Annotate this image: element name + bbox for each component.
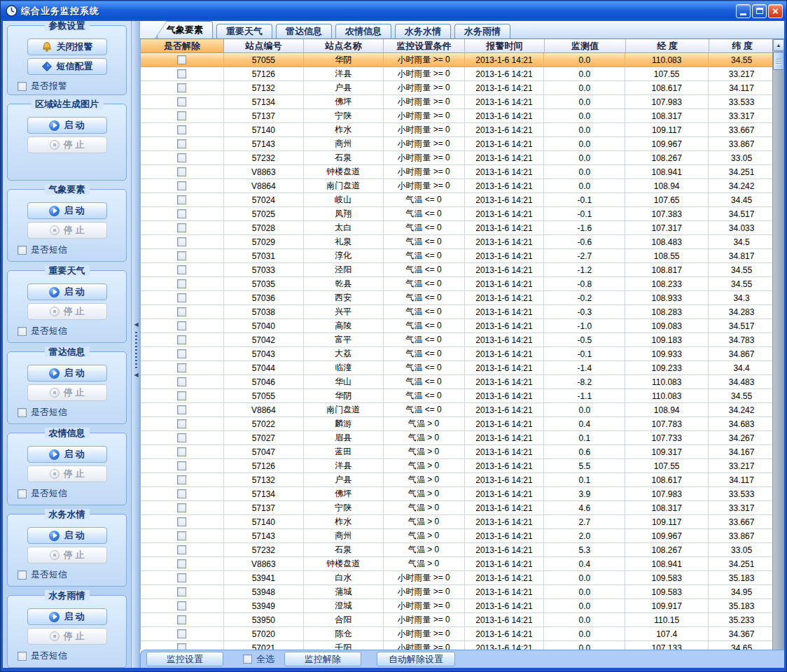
table-row[interactable]: V8863钟楼盘道小时雨量 >= 02013-1-6 14:210.0108.9…: [141, 165, 775, 179]
water-level-start-button[interactable]: 启 动: [27, 527, 107, 544]
table-row[interactable]: 57022麟游气温 > 02013-1-6 14:210.4107.78334.…: [141, 417, 775, 431]
table-row[interactable]: V8864南门盘道气温 <= 02013-1-6 14:210.0108.943…: [141, 403, 775, 417]
row-checkbox[interactable]: [177, 587, 186, 596]
row-checkbox[interactable]: [177, 139, 186, 148]
table-row[interactable]: 57137宁陕小时雨量 >= 02013-1-6 14:210.0108.317…: [141, 109, 775, 123]
auto-release-settings-button[interactable]: 自动解除设置: [377, 652, 455, 666]
table-row[interactable]: 57232石泉小时雨量 >= 02013-1-6 14:210.0108.267…: [141, 151, 775, 165]
important-weather-start-button[interactable]: 启 动: [27, 284, 107, 300]
sms-config-button[interactable]: 短信配置: [27, 58, 107, 75]
column-header[interactable]: 站点编号: [224, 39, 304, 53]
row-checkbox[interactable]: [177, 405, 186, 414]
row-checkbox[interactable]: [177, 559, 186, 568]
table-row[interactable]: 57132户县气温 > 02013-1-6 14:210.1108.61734.…: [141, 473, 775, 487]
column-header[interactable]: 站点名称: [304, 39, 384, 53]
row-checkbox[interactable]: [177, 489, 186, 498]
table-row[interactable]: 57020陈仓小时雨量 >= 02013-1-6 14:210.0107.434…: [141, 627, 775, 641]
sidebar-splitter[interactable]: ◀ ◀: [132, 21, 140, 668]
row-checkbox[interactable]: [177, 503, 186, 512]
table-row[interactable]: 57055华阴气温 <= 02013-1-6 14:21-1.1110.0833…: [141, 389, 775, 403]
tab-item[interactable]: 水务水情: [395, 24, 451, 38]
water-rain-start-button[interactable]: 启 动: [27, 608, 107, 625]
column-header[interactable]: 监控设置条件: [384, 39, 465, 53]
table-row[interactable]: V8864南门盘道小时雨量 >= 02013-1-6 14:210.0108.9…: [141, 179, 775, 193]
tab-item[interactable]: 重要天气: [216, 24, 272, 38]
table-row[interactable]: 57027眉县气温 > 02013-1-6 14:210.1107.73334.…: [141, 431, 775, 445]
row-checkbox[interactable]: [177, 251, 186, 260]
row-checkbox[interactable]: [177, 545, 186, 554]
agri-info-sms-checkbox[interactable]: 是否短信: [18, 487, 67, 500]
row-checkbox[interactable]: [177, 209, 186, 218]
row-checkbox[interactable]: [177, 377, 186, 386]
column-header[interactable]: 报警时间: [465, 39, 545, 53]
weather-elements-stop-button[interactable]: 停 止: [27, 222, 107, 239]
table-row[interactable]: 57038兴平气温 <= 02013-1-6 14:21-0.3108.2833…: [141, 305, 775, 319]
table-row[interactable]: 53948蒲城小时雨量 >= 02013-1-6 14:210.0109.583…: [141, 585, 775, 599]
table-row[interactable]: 57126洋县气温 > 02013-1-6 14:215.5107.5533.2…: [141, 459, 775, 473]
row-checkbox[interactable]: [177, 223, 186, 232]
table-row[interactable]: 57025凤翔气温 <= 02013-1-6 14:21-0.1107.3833…: [141, 207, 775, 221]
table-row[interactable]: 57036西安气温 <= 02013-1-6 14:21-0.2108.9333…: [141, 291, 775, 305]
monitor-release-button[interactable]: 监控解除: [284, 652, 361, 666]
column-header[interactable]: 监测值: [545, 39, 626, 53]
row-checkbox[interactable]: [177, 195, 186, 204]
scrollbar-thumb[interactable]: [773, 52, 784, 70]
radar-info-start-button[interactable]: 启 动: [27, 365, 107, 382]
row-checkbox[interactable]: [177, 461, 186, 470]
row-checkbox[interactable]: [177, 601, 186, 610]
column-header[interactable]: 纬 度: [709, 39, 776, 53]
important-weather-sms-checkbox[interactable]: 是否短信: [18, 325, 67, 337]
row-checkbox[interactable]: [177, 69, 186, 78]
table-row[interactable]: 53941白水小时雨量 >= 02013-1-6 14:210.0109.583…: [141, 571, 775, 585]
scroll-up-button[interactable]: ▲: [773, 39, 784, 51]
table-row[interactable]: 57137宁陕气温 > 02013-1-6 14:214.6108.31733.…: [141, 501, 775, 515]
row-checkbox[interactable]: [177, 447, 186, 456]
splitter-grip-icon[interactable]: [135, 332, 137, 368]
important-weather-stop-button[interactable]: 停 止: [27, 303, 107, 320]
table-row[interactable]: 57044临潼气温 <= 02013-1-6 14:21-1.4109.2333…: [141, 361, 775, 375]
radar-info-sms-checkbox[interactable]: 是否短信: [18, 406, 67, 419]
table-row[interactable]: 57029礼泉气温 <= 02013-1-6 14:21-0.6108.4833…: [141, 235, 775, 249]
row-checkbox[interactable]: [177, 363, 186, 372]
close-button[interactable]: ×: [768, 4, 783, 18]
row-checkbox[interactable]: [177, 153, 186, 162]
table-row[interactable]: V8863钟楼盘道气温 > 02013-1-6 14:210.4108.9413…: [141, 557, 775, 571]
table-row[interactable]: 57031淳化气温 <= 02013-1-6 14:21-2.7108.5534…: [141, 249, 775, 263]
row-checkbox[interactable]: [177, 475, 186, 484]
table-row[interactable]: 53950合阳小时雨量 >= 02013-1-6 14:210.0110.153…: [141, 613, 775, 627]
splitter-collapse-icon[interactable]: ◀: [134, 322, 138, 328]
select-all-checkbox[interactable]: 全选: [243, 653, 274, 666]
vertical-scrollbar[interactable]: ▲: [772, 39, 784, 650]
tab-item[interactable]: 水务雨情: [454, 24, 510, 38]
table-row[interactable]: 57021千阳小时雨量 >= 02013-1-6 14:210.0107.133…: [141, 641, 775, 650]
row-checkbox[interactable]: [177, 237, 186, 246]
table-row[interactable]: 57040高陵气温 <= 02013-1-6 14:21-1.0109.0833…: [141, 319, 775, 333]
table-row[interactable]: 57134佛坪气温 > 02013-1-6 14:213.9107.98333.…: [141, 487, 775, 501]
agri-info-start-button[interactable]: 启 动: [27, 446, 107, 463]
table-row[interactable]: 57024岐山气温 <= 02013-1-6 14:21-0.1107.6534…: [141, 193, 775, 207]
row-checkbox[interactable]: [177, 335, 186, 344]
row-checkbox[interactable]: [177, 629, 186, 638]
region-image-start-button[interactable]: 启 动: [27, 117, 107, 134]
column-header[interactable]: 经 度: [626, 39, 709, 53]
splitter-collapse-icon[interactable]: ◀: [134, 372, 138, 378]
row-checkbox[interactable]: [177, 349, 186, 358]
water-rain-stop-button[interactable]: 停 止: [27, 628, 107, 645]
param-settings-alarm-checkbox[interactable]: 是否报警: [18, 80, 67, 92]
agri-info-stop-button[interactable]: 停 止: [27, 465, 107, 482]
table-row[interactable]: 57043大荔气温 <= 02013-1-6 14:21-0.1109.9333…: [141, 347, 775, 361]
row-checkbox[interactable]: [177, 573, 186, 582]
row-checkbox[interactable]: [177, 643, 186, 650]
water-level-sms-checkbox[interactable]: 是否短信: [18, 568, 67, 581]
column-header[interactable]: 是否解除: [141, 39, 224, 53]
row-checkbox[interactable]: [177, 181, 186, 190]
table-row[interactable]: 57140柞水气温 > 02013-1-6 14:212.7109.11733.…: [141, 515, 775, 529]
maximize-button[interactable]: [752, 4, 767, 18]
row-checkbox[interactable]: [177, 433, 186, 442]
radar-info-stop-button[interactable]: 停 止: [27, 384, 107, 401]
table-row[interactable]: 57033泾阳气温 <= 02013-1-6 14:21-1.2108.8173…: [141, 263, 775, 277]
tab-item[interactable]: 雷达信息: [276, 24, 332, 38]
row-checkbox[interactable]: [177, 321, 186, 330]
row-checkbox[interactable]: [177, 167, 186, 176]
row-checkbox[interactable]: [177, 279, 186, 288]
